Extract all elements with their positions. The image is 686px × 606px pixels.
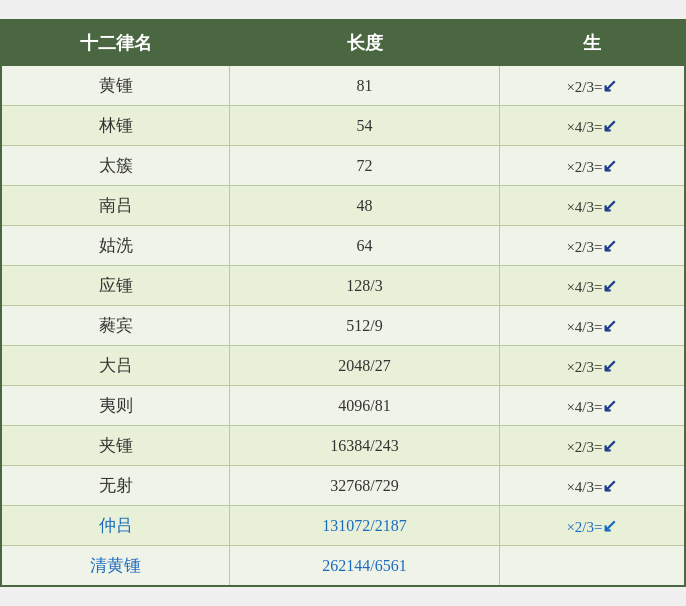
arrow-icon: ↙ (602, 355, 617, 377)
cell-gen: ×2/3=↙ (499, 226, 685, 266)
table-row: 大吕2048/27×2/3=↙ (1, 346, 685, 386)
table-row: 夹锺16384/243×2/3=↙ (1, 426, 685, 466)
arrow-icon: ↙ (602, 515, 617, 537)
cell-gen: ×2/3=↙ (499, 506, 685, 546)
cell-length: 48 (230, 186, 500, 226)
table-row: 姑洗64×2/3=↙ (1, 226, 685, 266)
table-row: 太簇72×2/3=↙ (1, 146, 685, 186)
cell-gen: ×2/3=↙ (499, 66, 685, 106)
table-row: 林锺54×4/3=↙ (1, 106, 685, 146)
cell-gen: ×2/3=↙ (499, 346, 685, 386)
main-container: 十二律名 长度 生 黄锺81×2/3=↙林锺54×4/3=↙太簇72×2/3=↙… (0, 19, 686, 587)
cell-gen: ×2/3=↙ (499, 426, 685, 466)
gen-text: ×4/3= (566, 319, 602, 335)
cell-gen: ×2/3=↙ (499, 146, 685, 186)
arrow-icon: ↙ (602, 395, 617, 417)
table-row: 蕤宾512/9×4/3=↙ (1, 306, 685, 346)
arrow-icon: ↙ (602, 75, 617, 97)
cell-name: 姑洗 (1, 226, 230, 266)
header-row: 十二律名 长度 生 (1, 20, 685, 66)
cell-length: 262144/6561 (230, 546, 500, 587)
gen-text: ×4/3= (566, 199, 602, 215)
arrow-icon: ↙ (602, 315, 617, 337)
cell-gen: ×4/3=↙ (499, 386, 685, 426)
cell-length: 81 (230, 66, 500, 106)
table-row: 应锺128/3×4/3=↙ (1, 266, 685, 306)
cell-length: 32768/729 (230, 466, 500, 506)
arrow-icon: ↙ (602, 235, 617, 257)
gen-text: ×2/3= (566, 359, 602, 375)
cell-name: 大吕 (1, 346, 230, 386)
cell-length: 54 (230, 106, 500, 146)
table-row: 仲吕131072/2187×2/3=↙ (1, 506, 685, 546)
gen-text: ×4/3= (566, 399, 602, 415)
cell-length: 131072/2187 (230, 506, 500, 546)
cell-length: 2048/27 (230, 346, 500, 386)
cell-name: 夷则 (1, 386, 230, 426)
table-row: 夷则4096/81×4/3=↙ (1, 386, 685, 426)
cell-name: 太簇 (1, 146, 230, 186)
arrow-icon: ↙ (602, 475, 617, 497)
cell-name: 蕤宾 (1, 306, 230, 346)
gen-text: ×2/3= (566, 79, 602, 95)
gen-text: ×2/3= (566, 239, 602, 255)
cell-name: 清黄锺 (1, 546, 230, 587)
cell-length: 4096/81 (230, 386, 500, 426)
cell-length: 64 (230, 226, 500, 266)
table-row: 清黄锺262144/6561 (1, 546, 685, 587)
cell-gen: ×4/3=↙ (499, 106, 685, 146)
cell-gen: ×4/3=↙ (499, 306, 685, 346)
cell-gen: ×4/3=↙ (499, 266, 685, 306)
gen-text: ×4/3= (566, 479, 602, 495)
arrow-icon: ↙ (602, 195, 617, 217)
cell-name: 黄锺 (1, 66, 230, 106)
gen-text: ×2/3= (566, 439, 602, 455)
cell-name: 应锺 (1, 266, 230, 306)
cell-name: 无射 (1, 466, 230, 506)
arrow-icon: ↙ (602, 155, 617, 177)
cell-length: 16384/243 (230, 426, 500, 466)
table-row: 南吕48×4/3=↙ (1, 186, 685, 226)
arrow-icon: ↙ (602, 275, 617, 297)
table-row: 无射32768/729×4/3=↙ (1, 466, 685, 506)
gen-text: ×4/3= (566, 279, 602, 295)
gen-text: ×4/3= (566, 119, 602, 135)
cell-length: 512/9 (230, 306, 500, 346)
cell-length: 128/3 (230, 266, 500, 306)
table-row: 黄锺81×2/3=↙ (1, 66, 685, 106)
cell-name: 仲吕 (1, 506, 230, 546)
arrow-icon: ↙ (602, 115, 617, 137)
col-header-name: 十二律名 (1, 20, 230, 66)
gen-text: ×2/3= (566, 159, 602, 175)
arrow-icon: ↙ (602, 435, 617, 457)
col-header-length: 长度 (230, 20, 500, 66)
cell-gen: ×4/3=↙ (499, 186, 685, 226)
cell-name: 南吕 (1, 186, 230, 226)
cell-length: 72 (230, 146, 500, 186)
cell-gen (499, 546, 685, 587)
col-header-gen: 生 (499, 20, 685, 66)
gen-text: ×2/3= (566, 519, 602, 535)
cell-gen: ×4/3=↙ (499, 466, 685, 506)
cell-name: 林锺 (1, 106, 230, 146)
cell-name: 夹锺 (1, 426, 230, 466)
twelve-lv-table: 十二律名 长度 生 黄锺81×2/3=↙林锺54×4/3=↙太簇72×2/3=↙… (0, 19, 686, 587)
